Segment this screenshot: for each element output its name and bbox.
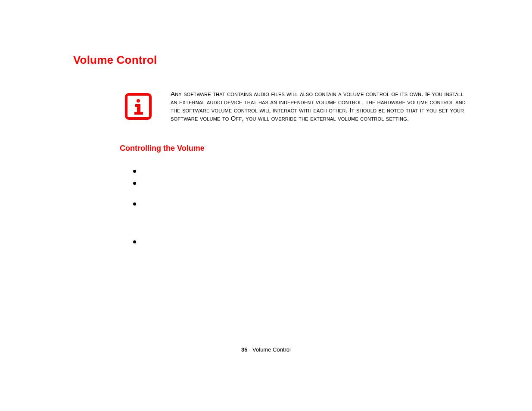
footer-separator: - <box>248 346 253 353</box>
svg-rect-4 <box>134 112 143 115</box>
page-footer: 35 - Volume Control <box>0 346 532 353</box>
document-page: Volume Control Any software that contain… <box>0 0 532 411</box>
bullet-point <box>133 170 136 173</box>
page-number: 35 <box>241 346 247 353</box>
page-title: Volume Control <box>73 53 157 67</box>
footer-section: Volume Control <box>252 346 291 353</box>
bullet-point <box>133 240 136 243</box>
bullet-point <box>133 182 136 185</box>
info-note-text: Any software that contains audio files w… <box>171 90 470 122</box>
info-icon <box>125 93 152 121</box>
info-block: Any software that contains audio files w… <box>125 90 470 122</box>
svg-point-1 <box>137 99 140 103</box>
bullet-point <box>133 202 136 206</box>
section-subheading: Controlling the Volume <box>120 144 205 153</box>
